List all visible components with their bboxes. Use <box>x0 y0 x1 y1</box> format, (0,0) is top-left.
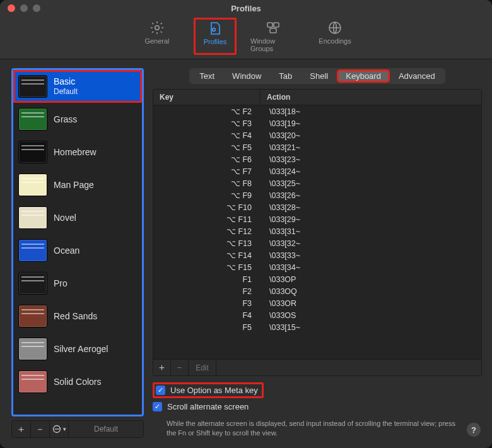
remove-mapping-button[interactable]: － <box>171 360 189 375</box>
table-row[interactable]: ⌥ F8\033[25~ <box>153 177 481 189</box>
toolbar-general[interactable]: General <box>134 20 180 52</box>
set-default-button[interactable]: Default <box>69 421 143 437</box>
table-row[interactable]: ⌥ F9\033[26~ <box>153 189 481 201</box>
add-mapping-button[interactable]: ＋ <box>153 360 171 375</box>
profile-row-man-page[interactable]: Man Page <box>13 168 142 201</box>
table-row[interactable]: ⌥ F4\033[20~ <box>153 129 481 141</box>
cell-key: ⌥ F11 <box>153 215 261 224</box>
scroll-alternate-checkbox[interactable]: ✓ Scroll alternate screen <box>153 402 482 411</box>
profile-labels: Red Sands <box>54 311 97 322</box>
profile-name: Novel <box>54 213 76 223</box>
profile-thumbnail <box>18 272 47 295</box>
profile-thumbnail <box>18 338 47 360</box>
cell-key: ⌥ F13 <box>153 239 261 248</box>
table-footer: ＋ － Edit <box>153 359 481 375</box>
table-row[interactable]: ⌥ F7\033[24~ <box>153 165 481 177</box>
profile-row-solid-colors[interactable]: Solid Colors <box>13 365 142 398</box>
toolbar-label: Encodings <box>319 37 351 45</box>
profile-row-homebrew[interactable]: Homebrew <box>13 136 142 168</box>
toolbar-label: General <box>144 37 169 45</box>
table-row[interactable]: ⌥ F10\033[28~ <box>153 201 481 213</box>
table-row[interactable]: ⌥ F11\033[29~ <box>153 213 481 225</box>
col-key[interactable]: Key <box>153 90 261 105</box>
cell-key: ⌥ F5 <box>153 143 261 152</box>
profile-subtitle: Default <box>54 87 78 96</box>
table-row[interactable]: ⌥ F3\033[19~ <box>153 117 481 129</box>
cell-action: \033[23~ <box>261 155 481 164</box>
profiles-list-toolbar: ＋ － ▾ Default <box>11 420 144 438</box>
cell-key: ⌥ F4 <box>153 131 261 140</box>
profiles-list[interactable]: BasicDefaultGrassHomebrewMan PageNovelOc… <box>13 70 142 415</box>
table-row[interactable]: F3\033OR <box>153 297 481 309</box>
detail-tabs: TextWindowTabShellKeyboardAdvanced <box>189 68 445 84</box>
svg-point-0 <box>155 26 159 30</box>
table-body[interactable]: ⌥ F2\033[18~⌥ F3\033[19~⌥ F4\033[20~⌥ F5… <box>153 105 481 359</box>
profile-row-grass[interactable]: Grass <box>13 103 142 136</box>
profile-row-basic[interactable]: BasicDefault <box>13 70 142 103</box>
tab-advanced[interactable]: Advanced <box>390 69 444 83</box>
tab-tab[interactable]: Tab <box>270 69 301 83</box>
cell-key: F2 <box>153 287 261 296</box>
wingroups-icon <box>266 20 281 35</box>
profiles-list-highlight: BasicDefaultGrassHomebrewMan PageNovelOc… <box>11 68 144 416</box>
table-row[interactable]: F2\033OQ <box>153 285 481 297</box>
body: BasicDefaultGrassHomebrewMan PageNovelOc… <box>0 59 492 448</box>
table-row[interactable]: ⌥ F12\033[31~ <box>153 225 481 237</box>
toolbar-encodings[interactable]: Encodings <box>312 20 358 52</box>
table-row[interactable]: ⌥ F5\033[21~ <box>153 141 481 153</box>
option-as-meta-checkbox[interactable]: ✓ Use Option as Meta key <box>153 382 264 398</box>
profile-labels: Silver Aerogel <box>54 344 108 355</box>
table-row[interactable]: ⌥ F14\033[33~ <box>153 249 481 261</box>
cell-action: \033OP <box>261 275 481 284</box>
profile-labels: Ocean <box>54 245 79 256</box>
table-row[interactable]: F5\033[15~ <box>153 321 481 333</box>
svg-rect-3 <box>274 23 279 27</box>
help-button[interactable]: ? <box>467 423 481 437</box>
profile-thumbnail <box>18 206 47 229</box>
table-row[interactable]: F4\033OS <box>153 309 481 321</box>
table-row[interactable]: ⌥ F15\033[34~ <box>153 261 481 273</box>
remove-profile-button[interactable]: － <box>31 421 50 437</box>
table-row[interactable]: F1\033OP <box>153 273 481 285</box>
col-action[interactable]: Action <box>261 90 481 105</box>
cell-action: \033[19~ <box>261 119 481 128</box>
tab-shell[interactable]: Shell <box>301 69 337 83</box>
profile-actions-menu[interactable]: ▾ <box>50 421 69 437</box>
detail-tabs-row: TextWindowTabShellKeyboardAdvanced <box>153 68 482 84</box>
table-row[interactable]: ⌥ F2\033[18~ <box>153 105 481 117</box>
toolbar-profiles[interactable]: Profiles <box>194 18 237 55</box>
edit-mapping-button[interactable]: Edit <box>189 360 216 375</box>
cell-action: \033[26~ <box>261 191 481 200</box>
profile-row-novel[interactable]: Novel <box>13 201 142 234</box>
svg-point-9 <box>57 428 59 430</box>
table-row[interactable]: ⌥ F13\033[32~ <box>153 237 481 249</box>
table-row[interactable]: ⌥ F6\033[23~ <box>153 153 481 165</box>
profile-name: Homebrew <box>54 147 97 158</box>
cell-action: \033[32~ <box>261 239 481 248</box>
cell-action: \033[15~ <box>261 323 481 332</box>
table-header: Key Action <box>153 90 481 105</box>
cell-action: \033[25~ <box>261 179 481 188</box>
cell-action: \033OQ <box>261 287 481 296</box>
profile-row-red-sands[interactable]: Red Sands <box>13 300 142 333</box>
profile-thumbnail <box>18 75 47 98</box>
profile-thumbnail <box>18 174 47 196</box>
tab-keyboard[interactable]: Keyboard <box>337 69 390 83</box>
cell-key: F1 <box>153 275 261 284</box>
cell-key: ⌥ F15 <box>153 262 261 272</box>
profile-row-pro[interactable]: Pro <box>13 267 142 300</box>
profile-detail: TextWindowTabShellKeyboardAdvanced Key A… <box>153 68 482 438</box>
preferences-window: Profiles GeneralProfilesWindow GroupsEnc… <box>0 0 492 448</box>
scroll-alternate-label: Scroll alternate screen <box>167 402 249 411</box>
cell-key: ⌥ F10 <box>153 203 261 212</box>
profile-name: Silver Aerogel <box>54 344 108 355</box>
profile-labels: Homebrew <box>54 147 97 158</box>
profile-row-ocean[interactable]: Ocean <box>13 234 142 267</box>
cell-action: \033OS <box>261 311 481 320</box>
profile-row-silver-aerogel[interactable]: Silver Aerogel <box>13 333 142 365</box>
tab-window[interactable]: Window <box>223 69 270 83</box>
toolbar-window-groups[interactable]: Window Groups <box>250 20 296 52</box>
tab-text[interactable]: Text <box>190 69 223 83</box>
profile-labels: Novel <box>54 213 76 223</box>
add-profile-button[interactable]: ＋ <box>12 421 31 437</box>
